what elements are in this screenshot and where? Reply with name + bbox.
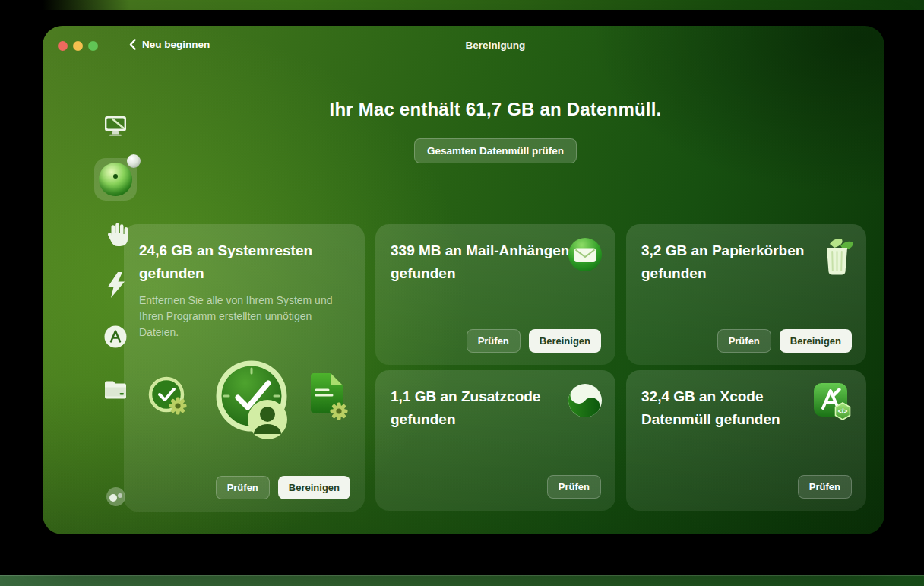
clean-button[interactable]: Bereinigen (529, 329, 601, 353)
app-window: Neu beginnen Bereinigung Ihr Mac enthält… (43, 26, 884, 534)
cleanup-orb-icon (99, 163, 132, 196)
minimize-window-button[interactable] (73, 41, 83, 51)
card-title: 24,6 GB an Systemresten gefunden (139, 239, 350, 285)
wallpaper-strip-top (0, 0, 924, 10)
card-extra-code[interactable]: 1,1 GB an Zusatzcode gefunden Prüfen (375, 370, 615, 511)
card-title: 3,2 GB an Papierkörben gefunden (641, 239, 824, 285)
scan-all-button[interactable]: Gesamten Datenmüll prüfen (414, 138, 577, 163)
display-icon (102, 112, 129, 138)
summary-headline: Ihr Mac enthält 61,7 GB an Datenmüll. (124, 99, 867, 120)
card-xcode-junk[interactable]: 32,4 GB an Xcode Datenmüll gefunden </> (626, 370, 866, 511)
page-title: Bereinigung (124, 40, 867, 51)
document-gear-icon (303, 372, 353, 425)
sidebar-item-cleanup[interactable] (94, 158, 137, 201)
clean-button[interactable]: Bereinigen (278, 476, 350, 499)
desktop-background: Neu beginnen Bereinigung Ihr Mac enthält… (0, 0, 924, 586)
sidebar-item-assistant[interactable] (106, 487, 125, 506)
wallpaper-strip-bottom (0, 575, 924, 586)
check-button[interactable]: Prüfen (717, 329, 771, 353)
check-button[interactable]: Prüfen (467, 329, 521, 353)
check-button[interactable]: Prüfen (547, 475, 601, 499)
card-title: 339 MB an Mail-Anhängen gefunden (391, 239, 573, 285)
card-title: 32,4 GB an Xcode Datenmüll gefunden (641, 385, 824, 431)
code-circle-icon (567, 382, 603, 419)
system-junk-illustration (124, 358, 365, 449)
notification-badge (127, 154, 141, 168)
check-button[interactable]: Prüfen (798, 475, 852, 499)
sidebar-item-smart-care[interactable] (85, 112, 146, 138)
xcode-icon: </> (813, 382, 854, 423)
clock-user-icon (214, 358, 297, 446)
clean-button[interactable]: Bereinigen (780, 329, 852, 353)
card-trash-bins[interactable]: 3,2 GB an Papierkörben gefunden Prüfen B… (626, 224, 866, 365)
trash-icon (819, 236, 854, 276)
clock-gear-icon (147, 375, 194, 422)
check-button[interactable]: Prüfen (216, 476, 270, 499)
close-window-button[interactable] (58, 41, 68, 51)
svg-text:</>: </> (838, 407, 847, 415)
card-mail-attachments[interactable]: 339 MB an Mail-Anhängen gefunden Prüfen … (375, 224, 615, 365)
card-description: Entfernen Sie alle von Ihrem System und … (139, 293, 340, 341)
mail-icon (567, 236, 603, 273)
card-system-junk[interactable]: 24,6 GB an Systemresten gefunden Entfern… (124, 224, 365, 512)
zoom-window-button[interactable] (88, 41, 98, 51)
assistant-avatar-icon (109, 494, 117, 502)
card-title: 1,1 GB an Zusatzcode gefunden (391, 385, 573, 431)
